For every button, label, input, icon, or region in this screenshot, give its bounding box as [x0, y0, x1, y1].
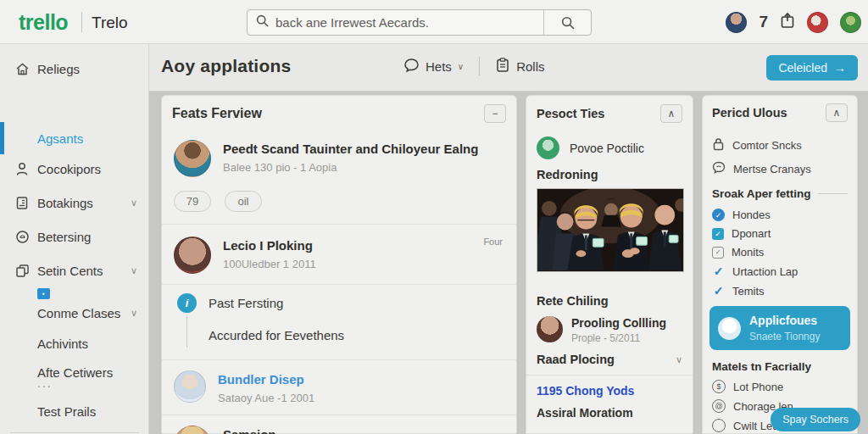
footer-label: Assiral Moratiom [537, 406, 682, 420]
celeicled-button[interactable]: Celeicled → [766, 55, 858, 81]
checkbox-label: Temits [732, 285, 765, 298]
search-submit-button[interactable] [543, 10, 591, 35]
spay-sochers-button[interactable]: Spay Sochers [771, 408, 860, 431]
card-body: Bundler Disep Sataoy Aue -1 2001 [218, 370, 504, 404]
checkbox-item[interactable]: ✓ Urtaction Lap [712, 264, 848, 278]
app-window: trello Trelo 7 R [0, 0, 868, 434]
sidebar-item-achivints[interactable]: Achivints [0, 331, 149, 356]
period-panel-header: Pericd Ulous ∧ [712, 96, 848, 130]
checkbox-item[interactable]: ✓ Hondes [712, 209, 848, 221]
hets-dropdown[interactable]: Hets ∨ [403, 58, 464, 75]
chevron-down-icon: ∨ [131, 265, 137, 276]
trello-logo[interactable]: trello [19, 10, 68, 35]
card-title: Samsion [223, 427, 504, 434]
person-body: Prooling Collling Prople - 5/2011 [571, 316, 666, 344]
note-thread-line [186, 316, 187, 348]
member-row[interactable]: Povoe Poctilic [537, 136, 682, 159]
search-input[interactable] [275, 15, 543, 30]
card-subtitle: 100Uledber 1 2011 [223, 258, 504, 270]
hets-label: Hets [426, 59, 452, 74]
sidebar-item-agsants[interactable]: Agsants [0, 125, 149, 151]
list-item[interactable]: Mertse Cranays [712, 161, 848, 176]
tag-pill[interactable]: oil [225, 191, 262, 212]
sidebar-item-label: Betersing [37, 230, 149, 244]
note-item[interactable]: i Past Fersting Accurded for Eevethens [162, 285, 516, 359]
checkbox-label: Hondes [732, 209, 771, 221]
user-avatar[interactable] [726, 12, 747, 33]
chevron-down-icon: ∨ [131, 198, 137, 209]
avatar [174, 140, 211, 177]
list-item[interactable]: $ Lot Phone [712, 380, 848, 393]
ellipsis-icon: ... [37, 376, 53, 390]
copy-stack-icon [14, 264, 31, 278]
checkbox-item[interactable]: ✓ Monits [712, 246, 848, 259]
sidebar-divider [10, 432, 139, 433]
feed-card[interactable]: Peedt Scand Tauinter and Chiloyeur Ealng… [162, 131, 516, 186]
card-corner-label: Four [483, 236, 503, 247]
circle-icon [712, 419, 726, 432]
arrow-right-icon: → [834, 61, 846, 75]
sidebar-item-cocokipors[interactable]: Cocokipors [0, 156, 149, 181]
feed-card[interactable]: Bundler Disep Sataoy Aue -1 2001 [162, 360, 516, 415]
help-glyph[interactable]: 7 [759, 13, 768, 31]
search-icon [256, 14, 269, 31]
applicfoues-button[interactable]: Applicfoues Snaete Tionngy [709, 306, 850, 350]
collapse-button[interactable]: ∧ [660, 104, 682, 123]
rolls-label: Rolls [516, 59, 544, 74]
circle-check-icon: ✓ [712, 209, 725, 221]
chevron-down-icon: ∨ [676, 354, 682, 365]
list-item-label: Comtor Sncks [732, 139, 802, 152]
at-icon: @ [712, 399, 726, 413]
period-panel: Pericd Ulous ∧ Comtor Sncks Mertse Crana… [702, 95, 858, 434]
list-item-label: Lot Phone [733, 381, 783, 393]
page-title: Aoy applations [161, 56, 291, 76]
feed-card[interactable]: Samsion Weoganen 112011 [162, 415, 516, 434]
person-subtitle: Prople - 5/2011 [571, 332, 666, 344]
sidebar-item-test-prails[interactable]: Test Prails [0, 398, 149, 424]
card-title-link[interactable]: Bundler Disep [218, 372, 504, 387]
feed-card[interactable]: Lecio I Ploking 100Uledber 1 2011 Four [162, 225, 516, 284]
sidebar-item-betersing[interactable]: Betersing [0, 224, 149, 249]
sidebar-item-label: Agsants [37, 131, 149, 146]
divider [526, 375, 693, 376]
chevron-up-icon: ∧ [833, 107, 841, 119]
chong-yods-link[interactable]: 1195 Chong Yods [537, 384, 682, 398]
checkbox-item[interactable]: ✓ Temits [712, 284, 848, 298]
list-item-label: Mertse Cranays [733, 163, 811, 175]
person-row[interactable]: Prooling Collling Prople - 5/2011 [537, 316, 682, 344]
document-icon [14, 196, 31, 210]
collapse-button[interactable]: − [484, 104, 506, 123]
sidebar-item-reliegs[interactable]: Reliegs [0, 56, 149, 81]
sidebar-item-setin-cents[interactable]: Setin Cents ∨ [0, 258, 149, 283]
sidebar-item-conme-clases[interactable]: Conme Clases ∨ [0, 300, 149, 326]
note-text: Accurded for Eevethens [209, 316, 344, 348]
collapse-button[interactable]: ∧ [826, 103, 848, 122]
card-title: Lecio I Ploking [223, 238, 504, 253]
chevron-down-icon: ∨ [458, 62, 464, 71]
crowd-photo [537, 188, 684, 272]
info-icon: i [177, 293, 197, 313]
raad-plocing-expander[interactable]: Raad Plocing ∨ [537, 353, 682, 366]
tag-pill[interactable]: 79 [174, 191, 211, 212]
section-divider: Sroak Aper fetting [712, 187, 848, 200]
check-icon: ✓ [712, 264, 725, 278]
search-box[interactable] [247, 9, 592, 36]
share-icon[interactable] [780, 12, 795, 32]
checkbox-item[interactable]: ✓ Dponart [712, 227, 848, 240]
list-item[interactable]: Comtor Sncks [712, 137, 848, 153]
topbar: trello Trelo 7 [0, 0, 868, 44]
member-name: Povoe Poctilic [570, 142, 644, 155]
sidebar-item-botakings[interactable]: Botakings ∨ [0, 190, 149, 215]
panel-title: Feats Ferview [172, 106, 262, 121]
card-subtitle: Balee 130 pio - 1 Aopia [223, 161, 504, 174]
panel-title: Pericd Ulous [712, 106, 787, 120]
rolls-button[interactable]: Rolls [495, 57, 544, 75]
section-line [818, 193, 848, 194]
sidebar: Reliegs Agsants Cocokipors Botakings ∨ B… [0, 44, 149, 434]
user-avatar[interactable] [807, 12, 828, 33]
note-header: i Past Fersting [177, 293, 504, 313]
sidebar-item-label: Conme Clases [37, 306, 131, 320]
user-avatar[interactable] [840, 12, 861, 33]
sidebar-item-afte-cetiwers[interactable]: Afte Cetiwers [0, 359, 149, 385]
check-icon: ✓ [712, 284, 725, 298]
